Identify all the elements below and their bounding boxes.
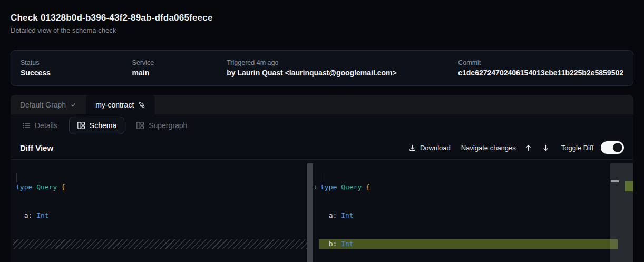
toggle-diff-switch[interactable] <box>601 141 624 154</box>
status-label: Status <box>21 59 132 67</box>
toggle-diff-label: Toggle Diff <box>561 144 593 152</box>
triggered-field: Triggered 4m ago by Laurin Quast <laurin… <box>227 59 458 77</box>
code-line: type Query { <box>11 182 313 192</box>
download-icon <box>408 144 416 152</box>
commit-field: Commit c1dc62724702406154013cbe11b225b2e… <box>458 59 623 77</box>
diff-toolbar: Download Navigate changes Toggle Diff <box>408 141 624 154</box>
view-tab-label: Schema <box>90 121 116 130</box>
code-block-after: type Query { a: Int b: Int } <box>313 160 633 262</box>
removed-line-placeholder <box>13 239 307 249</box>
triggered-value: by Laurin Quast <laurinquast@googlemail.… <box>227 69 458 77</box>
arrow-up-icon <box>524 144 532 152</box>
triggered-label: Triggered 4m ago <box>227 59 458 67</box>
navigate-changes-label: Navigate changes <box>461 144 516 152</box>
next-change-button[interactable] <box>541 144 551 152</box>
tab-my-contract[interactable]: my-contract <box>86 95 155 114</box>
service-field: Service main <box>132 59 227 77</box>
diff-pane-before[interactable]: type Query { a: Int } <box>11 160 313 262</box>
diff-view-title: Diff View <box>20 143 53 152</box>
download-label: Download <box>420 144 451 152</box>
columns-icon <box>77 121 85 130</box>
toggle-knob <box>613 143 622 152</box>
code-block-before: type Query { a: Int } <box>11 160 313 262</box>
code-line: type Query { <box>313 182 633 192</box>
commit-label: Commit <box>458 59 623 67</box>
page-header: Check 01328b0d-b396-43f2-89ab-dfda065fee… <box>11 12 213 35</box>
view-tab-label: Supergraph <box>149 121 187 130</box>
graph-tab-label: my-contract <box>95 101 134 109</box>
tab-schema[interactable]: Schema <box>69 117 124 134</box>
check-status-card: Status Success Service main Triggered 4m… <box>11 50 633 86</box>
download-button[interactable]: Download <box>408 144 451 152</box>
page-subtitle: Detailed view of the schema check <box>11 26 213 35</box>
diff-editor: type Query { a: Int } + type Query { a: … <box>11 160 633 262</box>
status-field: Status Success <box>21 59 132 77</box>
tab-default-graph[interactable]: Default Graph <box>11 95 86 114</box>
columns-icon <box>136 121 144 130</box>
list-icon <box>22 121 31 130</box>
added-change-ruler-marker <box>625 181 633 191</box>
view-tab-bar: Details Schema Supergraph <box>11 114 633 136</box>
graph-tab-label: Default Graph <box>20 101 66 109</box>
tab-details[interactable]: Details <box>17 117 63 134</box>
commit-value: c1dc62724702406154013cbe11b225b2e5859502 <box>458 69 623 77</box>
code-line: a: Int <box>313 211 633 220</box>
before-pane-scrollbar[interactable] <box>307 163 313 262</box>
diff-view-header: Diff View Download Navigate changes <box>11 136 633 160</box>
tab-supergraph[interactable]: Supergraph <box>131 117 192 134</box>
git-compare-icon <box>138 101 145 109</box>
after-pane-scrollbar[interactable] <box>610 163 633 262</box>
code-line: a: Int <box>11 211 313 220</box>
indent-guide <box>16 173 17 182</box>
diff-pane-after[interactable]: type Query { a: Int b: Int } <box>313 160 633 262</box>
view-tab-label: Details <box>35 121 57 130</box>
arrow-down-icon <box>542 144 550 152</box>
service-label: Service <box>132 59 227 67</box>
scrollbar-thumb[interactable] <box>611 180 619 182</box>
check-icon <box>70 102 76 108</box>
schema-check-page: Check 01328b0d-b396-43f2-89ab-dfda065fee… <box>0 0 644 262</box>
graph-tab-strip: Default Graph my-contract <box>11 95 633 114</box>
added-code-line: b: Int <box>313 239 633 249</box>
page-title: Check 01328b0d-b396-43f2-89ab-dfda065fee… <box>11 12 213 24</box>
previous-change-button[interactable] <box>523 144 533 152</box>
check-content-panel: Default Graph my-contract <box>11 95 633 262</box>
indent-guide <box>321 173 321 192</box>
service-value: main <box>132 69 227 77</box>
status-value: Success <box>21 69 132 77</box>
